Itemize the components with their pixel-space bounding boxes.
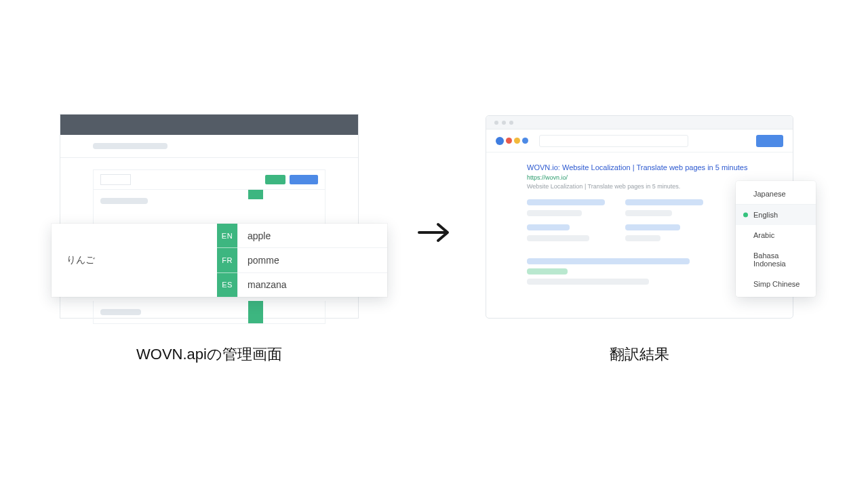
placeholder-line	[527, 224, 570, 230]
result-desc: Website Localization | Translate web pag…	[527, 183, 752, 190]
go-button[interactable]	[756, 135, 783, 147]
placeholder-line	[527, 279, 649, 285]
right-caption: 翻訳結果	[486, 344, 793, 365]
traffic-light-icon	[509, 121, 513, 125]
language-option[interactable]: Simp Chinese	[736, 274, 816, 294]
filter-input[interactable]	[100, 174, 131, 185]
language-option-label: English	[753, 211, 778, 219]
placeholder-line	[527, 235, 589, 241]
lang-badge[interactable]: ES	[217, 273, 237, 297]
placeholder-line	[527, 268, 568, 274]
placeholder-line	[527, 210, 582, 216]
lang-badge[interactable]: EN	[217, 224, 237, 248]
address-bar[interactable]	[539, 135, 688, 147]
confirm-button[interactable]	[265, 175, 285, 184]
language-option-selected[interactable]: English	[736, 205, 816, 225]
primary-button[interactable]	[290, 175, 318, 184]
placeholder-line	[527, 258, 690, 264]
traffic-light-icon	[494, 121, 498, 125]
translation-track	[248, 190, 263, 199]
placeholder-footer	[527, 258, 752, 285]
admin-filter-row	[93, 169, 326, 190]
language-option[interactable]: Japanese	[736, 184, 816, 205]
admin-titlebar	[60, 115, 358, 135]
translation-track	[248, 301, 263, 323]
left-caption: WOVN.apiの管理画面	[60, 344, 359, 365]
language-option[interactable]: Arabic	[736, 225, 816, 245]
selected-marker-icon	[743, 213, 748, 218]
translation-column: apple pomme manzana	[237, 224, 387, 297]
translation-cell[interactable]: apple	[238, 224, 387, 248]
language-option[interactable]: Bahasa Indonesia	[736, 245, 816, 274]
placeholder-columns	[527, 199, 752, 246]
placeholder-line	[100, 309, 141, 315]
browser-toolbar	[486, 129, 793, 152]
traffic-light-icon	[502, 121, 506, 125]
admin-subbar	[60, 135, 358, 158]
result-url[interactable]: https://wovn.io/	[527, 174, 752, 181]
lang-badge-column: EN FR ES	[217, 224, 237, 297]
language-menu[interactable]: Japanese English Arabic Bahasa Indonesia…	[736, 181, 816, 297]
result-title[interactable]: WOVN.io: Website Localization | Translat…	[527, 163, 752, 171]
translation-cell[interactable]: pomme	[238, 248, 387, 272]
placeholder-line	[527, 199, 605, 205]
translation-overlay: りんご EN FR ES apple pomme manzana	[52, 224, 387, 297]
placeholder-line	[625, 199, 703, 205]
source-term: りんご	[52, 224, 217, 297]
arrow-right-icon	[418, 220, 450, 245]
translation-cell[interactable]: manzana	[238, 273, 387, 297]
browser-titlebar	[486, 116, 793, 129]
placeholder-line	[625, 210, 672, 216]
lang-badge[interactable]: FR	[217, 248, 237, 272]
placeholder-line	[100, 198, 148, 204]
placeholder-line	[93, 143, 167, 149]
admin-entry-row	[93, 301, 326, 324]
placeholder-line	[625, 235, 660, 241]
placeholder-line	[625, 224, 680, 230]
logo-icon	[496, 137, 528, 145]
